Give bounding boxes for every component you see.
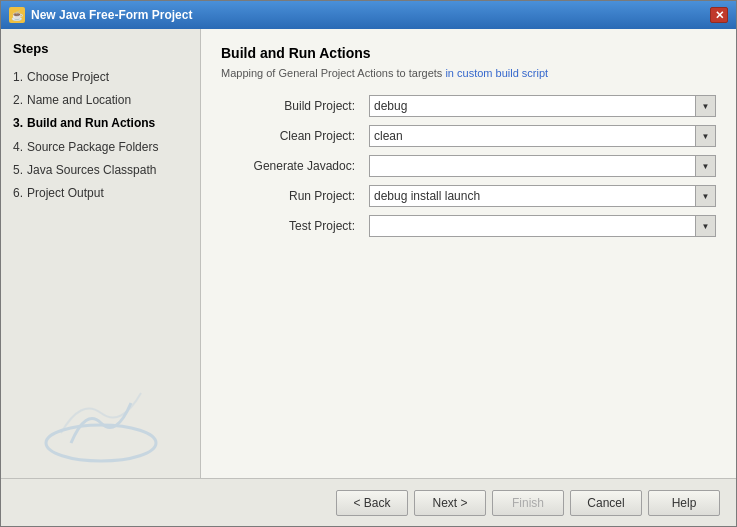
step-6: 6.Project Output xyxy=(13,182,188,205)
step-4: 4.Source Package Folders xyxy=(13,136,188,159)
step-3: 3.Build and Run Actions xyxy=(13,112,188,135)
test-project-input[interactable] xyxy=(369,215,696,237)
build-project-input[interactable] xyxy=(369,95,696,117)
panel-title: Build and Run Actions xyxy=(221,45,716,61)
window-icon: ☕ xyxy=(9,7,25,23)
run-project-wrapper xyxy=(369,185,716,207)
title-bar: ☕ New Java Free-Form Project ✕ xyxy=(1,1,736,29)
clean-project-input[interactable] xyxy=(369,125,696,147)
back-button[interactable]: < Back xyxy=(336,490,408,516)
window-title: New Java Free-Form Project xyxy=(31,8,192,22)
next-button[interactable]: Next > xyxy=(414,490,486,516)
finish-button[interactable]: Finish xyxy=(492,490,564,516)
content-area: Steps 1.Choose Project 2.Name and Locati… xyxy=(1,29,736,478)
main-window: ☕ New Java Free-Form Project ✕ Steps 1.C… xyxy=(0,0,737,527)
generate-javadoc-arrow[interactable] xyxy=(696,155,716,177)
build-project-arrow[interactable] xyxy=(696,95,716,117)
form-grid: Build Project: Clean Project: Generate J… xyxy=(221,95,716,237)
test-project-wrapper xyxy=(369,215,716,237)
step-1: 1.Choose Project xyxy=(13,66,188,89)
steps-heading: Steps xyxy=(13,41,188,56)
main-panel: Build and Run Actions Mapping of General… xyxy=(201,29,736,478)
generate-javadoc-wrapper xyxy=(369,155,716,177)
generate-javadoc-input[interactable] xyxy=(369,155,696,177)
build-project-label: Build Project: xyxy=(221,99,361,113)
steps-list: 1.Choose Project 2.Name and Location 3.B… xyxy=(13,66,188,205)
step-5: 5.Java Sources Classpath xyxy=(13,159,188,182)
help-button[interactable]: Help xyxy=(648,490,720,516)
run-project-label: Run Project: xyxy=(221,189,361,203)
clean-project-arrow[interactable] xyxy=(696,125,716,147)
run-project-input[interactable] xyxy=(369,185,696,207)
clean-project-label: Clean Project: xyxy=(221,129,361,143)
subtitle-normal: Mapping of General Project Actions to ta… xyxy=(221,67,445,79)
run-project-arrow[interactable] xyxy=(696,185,716,207)
footer: < Back Next > Finish Cancel Help xyxy=(1,478,736,526)
subtitle-link[interactable]: in custom build script xyxy=(445,67,548,79)
title-bar-left: ☕ New Java Free-Form Project xyxy=(9,7,192,23)
test-project-arrow[interactable] xyxy=(696,215,716,237)
build-project-wrapper xyxy=(369,95,716,117)
clean-project-wrapper xyxy=(369,125,716,147)
cancel-button[interactable]: Cancel xyxy=(570,490,642,516)
generate-javadoc-label: Generate Javadoc: xyxy=(221,159,361,173)
close-button[interactable]: ✕ xyxy=(710,7,728,23)
test-project-label: Test Project: xyxy=(221,219,361,233)
panel-subtitle: Mapping of General Project Actions to ta… xyxy=(221,67,716,79)
step-2: 2.Name and Location xyxy=(13,89,188,112)
sidebar: Steps 1.Choose Project 2.Name and Locati… xyxy=(1,29,201,478)
sidebar-watermark xyxy=(1,388,200,468)
